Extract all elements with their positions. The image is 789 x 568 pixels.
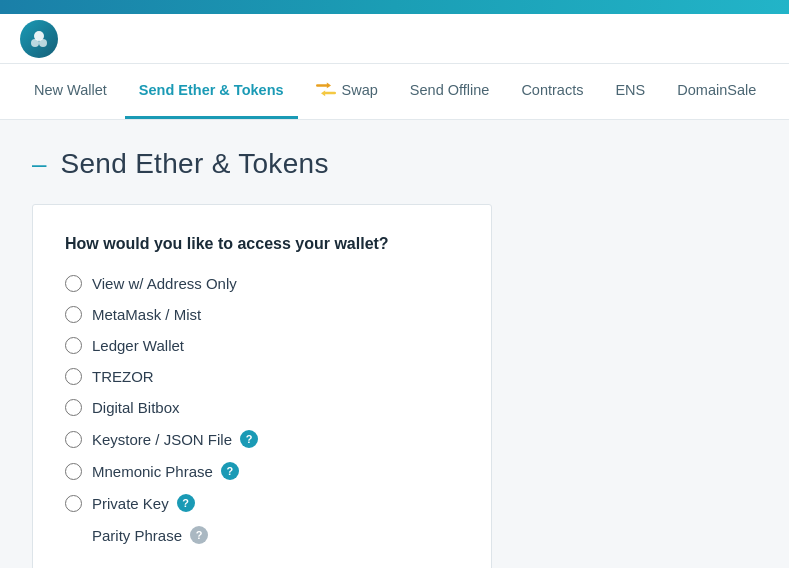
private-key-help-icon[interactable]: ? [177,494,195,512]
radio-group: View w/ Address Only MetaMask / Mist Led… [65,275,459,544]
nav-item-swap[interactable]: Swap [302,64,392,119]
radio-metamask[interactable]: MetaMask / Mist [65,306,459,323]
parity-label: Parity Phrase ? [92,526,208,544]
nav-item-domain-sale[interactable]: DomainSale [663,64,770,119]
nav-item-new-wallet[interactable]: New Wallet [20,64,121,119]
radio-private-key[interactable]: Private Key ? [65,494,459,512]
radio-ledger-input[interactable] [65,337,82,354]
keystore-help-icon[interactable]: ? [240,430,258,448]
page-title: Send Ether & Tokens [60,148,328,180]
parity-help-icon[interactable]: ? [190,526,208,544]
radio-mnemonic-label: Mnemonic Phrase ? [92,462,239,480]
radio-keystore-json[interactable]: Keystore / JSON File ? [65,430,459,448]
svg-rect-3 [316,84,328,87]
radio-digital-bitbox-label: Digital Bitbox [92,399,180,416]
nav-item-send-offline[interactable]: Send Offline [396,64,504,119]
radio-digital-bitbox-input[interactable] [65,399,82,416]
radio-ledger-label: Ledger Wallet [92,337,184,354]
logo-strip [0,14,789,64]
page-container: – Send Ether & Tokens How would you like… [0,120,789,568]
radio-metamask-input[interactable] [65,306,82,323]
nav-item-send-ether-tokens[interactable]: Send Ether & Tokens [125,64,298,119]
top-bar [0,0,789,14]
radio-private-key-label: Private Key ? [92,494,195,512]
svg-point-2 [39,39,47,47]
svg-point-1 [31,39,39,47]
radio-view-address-label: View w/ Address Only [92,275,237,292]
radio-trezor-input[interactable] [65,368,82,385]
title-dash: – [32,149,46,180]
radio-view-address[interactable]: View w/ Address Only [65,275,459,292]
wallet-access-card: How would you like to access your wallet… [32,204,492,568]
nav-item-contracts[interactable]: Contracts [507,64,597,119]
radio-ledger[interactable]: Ledger Wallet [65,337,459,354]
card-question: How would you like to access your wallet… [65,233,459,255]
radio-keystore-json-input[interactable] [65,431,82,448]
svg-marker-4 [326,83,330,89]
mnemonic-help-icon[interactable]: ? [221,462,239,480]
radio-view-address-input[interactable] [65,275,82,292]
svg-marker-6 [321,90,325,96]
logo [20,20,58,58]
radio-metamask-label: MetaMask / Mist [92,306,201,323]
swap-icon [316,82,336,98]
radio-mnemonic[interactable]: Mnemonic Phrase ? [65,462,459,480]
page-title-row: – Send Ether & Tokens [32,148,757,180]
nav: New Wallet Send Ether & Tokens Swap Send… [0,64,789,120]
nav-item-che[interactable]: Che [774,64,789,119]
svg-rect-5 [324,92,336,95]
radio-private-key-input[interactable] [65,495,82,512]
nav-item-ens[interactable]: ENS [601,64,659,119]
radio-digital-bitbox[interactable]: Digital Bitbox [65,399,459,416]
radio-keystore-json-label: Keystore / JSON File ? [92,430,258,448]
parity-item: Parity Phrase ? [65,526,459,544]
radio-trezor[interactable]: TREZOR [65,368,459,385]
radio-trezor-label: TREZOR [92,368,154,385]
radio-mnemonic-input[interactable] [65,463,82,480]
